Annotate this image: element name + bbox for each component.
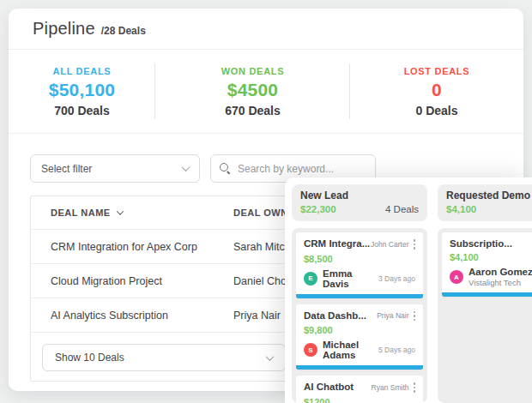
stats-row: ALL DEALS $50,100 700 Deals WON DEALS $4… — [9, 50, 523, 134]
deal-card-owner: Priya Nair — [377, 311, 408, 320]
kanban-column-title: New Lead — [300, 189, 419, 202]
kanban-column-count: 4 Deals — [385, 204, 419, 214]
avatar: S — [304, 343, 317, 357]
chevron-down-icon — [182, 163, 190, 171]
stat-all-deals: ALL DEALS $50,100 700 Deals — [9, 50, 155, 133]
page-size-value: Show 10 Deals — [55, 352, 124, 364]
deal-card[interactable]: AI Chatbot Ryan Smith $1200 H Hane Doe 1… — [296, 376, 423, 403]
kanban-column-total: $4,100 — [446, 204, 476, 214]
stat-label: ALL DEALS — [53, 66, 112, 76]
kanban-column-header: New Lead $22,300 4 Deals — [292, 184, 427, 221]
contact-company: Vistalight Tech — [469, 278, 532, 287]
deal-card-amount: $4,100 — [450, 252, 532, 262]
deal-card-owner: John Carter — [371, 240, 408, 249]
deal-card-title: AI Chatbot — [304, 382, 354, 392]
kanban-column-new-lead: New Lead $22,300 4 Deals CRM Integra... … — [292, 184, 427, 403]
stat-lost-deals: LOST DEALS 0 0 Deals — [350, 50, 523, 133]
stat-label: LOST DEALS — [404, 66, 470, 76]
deal-card[interactable]: Data Dashb... Priya Nair $9,800 S Michae… — [296, 304, 423, 370]
kanban-column-body: CRM Integra... John Carter $8,500 E Emma… — [292, 228, 427, 403]
stat-value: $50,100 — [49, 80, 115, 100]
stat-count: 700 Deals — [54, 104, 110, 117]
column-header-deal-name[interactable]: DEAL NAME — [31, 208, 214, 218]
kanban-column-header: Requested Demo $4,100 — [438, 184, 532, 221]
card-menu-icon[interactable] — [414, 238, 416, 250]
card-menu-icon[interactable] — [414, 382, 416, 394]
kanban-column-total: $22,300 — [300, 204, 336, 214]
kanban-overlay: New Lead $22,300 4 Deals CRM Integra... … — [285, 177, 532, 403]
deal-card-title: CRM Integra... — [304, 238, 370, 249]
contact-name: Michael Adams — [323, 340, 378, 360]
page-title: Pipeline — [33, 19, 95, 39]
filter-select[interactable]: Select filter — [30, 154, 200, 183]
deal-count-subtitle: /28 Deals — [101, 21, 146, 37]
kanban-column-title: Requested Demo — [446, 189, 532, 202]
deal-card-amount: $9,800 — [304, 325, 415, 335]
deal-card-title: Subscriptio... — [450, 238, 512, 249]
search-input[interactable] — [238, 163, 371, 175]
sort-chevron-icon — [116, 208, 123, 214]
stat-count: 0 Deals — [415, 104, 457, 117]
contact-name: Emma Davis — [323, 268, 378, 289]
deal-card[interactable]: CRM Integra... John Carter $8,500 E Emma… — [296, 232, 423, 298]
deal-name-cell: CRM Integration for Apex Corp — [31, 241, 214, 253]
deal-name-cell: AI Analytics Subscription — [31, 310, 214, 322]
page-size-select[interactable]: Show 10 Deals — [42, 344, 286, 371]
deal-card[interactable]: Subscriptio... $4,100 A Aaron Gomez Vist… — [442, 232, 532, 297]
deal-card-title: Data Dashb... — [304, 310, 366, 321]
stat-value: 0 — [432, 80, 442, 100]
deal-card-age: 5 Days ago — [378, 346, 415, 354]
deal-name-cell: Cloud Migration Project — [31, 275, 214, 287]
filter-select-value: Select filter — [41, 163, 92, 175]
deal-card-amount: $8,500 — [304, 254, 415, 264]
stat-label: WON DEALS — [221, 66, 285, 76]
stat-count: 670 Deals — [225, 104, 281, 117]
kanban-column-body: Subscriptio... $4,100 A Aaron Gomez Vist… — [438, 228, 532, 403]
kanban-column-requested-demo: Requested Demo $4,100 Subscriptio... $4,… — [438, 184, 532, 403]
deal-card-amount: $1200 — [304, 397, 415, 403]
card-menu-icon[interactable] — [414, 310, 416, 322]
deal-card-owner: Ryan Smith — [372, 383, 409, 392]
avatar: A — [450, 270, 463, 284]
deal-card-age: 3 Days ago — [378, 274, 415, 283]
page-header: Pipeline /28 Deals — [9, 9, 523, 50]
avatar: E — [304, 272, 317, 286]
search-icon — [220, 163, 231, 174]
stat-won-deals: WON DEALS $4500 670 Deals — [155, 50, 350, 133]
chevron-down-icon — [266, 352, 275, 361]
contact-name: Aaron Gomez — [469, 267, 532, 277]
stat-value: $4500 — [227, 80, 278, 100]
